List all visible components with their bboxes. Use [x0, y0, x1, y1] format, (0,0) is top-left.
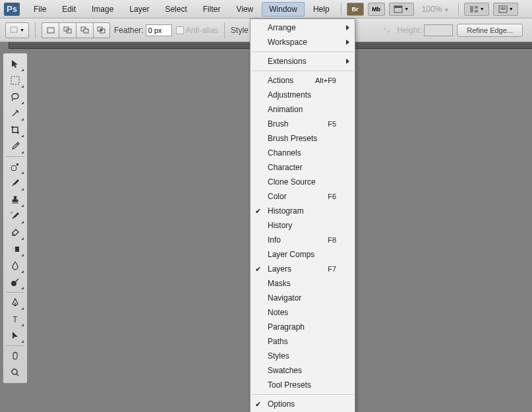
style-field: Style [231, 26, 249, 35]
bridge-button[interactable]: Br [347, 3, 364, 16]
dd-styles[interactable]: Styles [251, 349, 355, 363]
feather-label: Feather: [114, 26, 144, 35]
screen-mode-button[interactable]: ▼ [389, 3, 414, 16]
check-icon: ✔ [255, 207, 261, 216]
divider [224, 22, 225, 38]
dd-extensions[interactable]: Extensions [251, 54, 355, 69]
menu-bar: Ps File Edit Image Layer Select Filter V… [0, 0, 532, 18]
svg-rect-1 [394, 6, 402, 8]
tool-hand[interactable] [6, 348, 24, 364]
selection-intersect[interactable] [93, 22, 110, 38]
dd-channels[interactable]: Channels [251, 146, 355, 160]
menu-layer[interactable]: Layer [122, 2, 156, 16]
zoom-level[interactable]: 100%▼ [422, 5, 450, 14]
dd-tool-presets[interactable]: Tool Presets [251, 378, 355, 392]
menu-view[interactable]: View [229, 2, 260, 16]
dd-paragraph[interactable]: Paragraph [251, 320, 355, 334]
tool-dodge[interactable] [6, 274, 24, 290]
tool-marquee[interactable] [6, 73, 24, 88]
tool-blur[interactable] [6, 258, 24, 274]
tool-panel: T [3, 53, 28, 384]
menu-divider [458, 3, 459, 15]
dd-arrange[interactable]: Arrange [251, 20, 355, 35]
svg-point-18 [11, 165, 16, 171]
dd-layer-comps[interactable]: Layer Comps [251, 247, 355, 262]
screen-mode-2-button[interactable]: ▼ [493, 3, 518, 16]
tool-path-select[interactable] [6, 328, 24, 343]
selection-new[interactable] [42, 22, 59, 38]
swap-icon [382, 26, 392, 34]
tool-wand[interactable] [6, 105, 24, 121]
dd-brush[interactable]: BrushF5 [251, 117, 355, 131]
menu-window[interactable]: Window [262, 2, 305, 16]
dd-clone-source[interactable]: Clone Source [251, 175, 355, 189]
tool-eraser[interactable] [6, 225, 24, 241]
menu-divider [341, 3, 341, 15]
tool-crop[interactable] [6, 122, 24, 138]
antialias-label: Anti-alias [186, 26, 218, 35]
dd-histogram[interactable]: ✔Histogram [251, 204, 355, 218]
dd-adjustments[interactable]: Adjustments [251, 88, 355, 102]
dd-character[interactable]: Character [251, 160, 355, 175]
tool-preset-picker[interactable]: ▼ [5, 22, 29, 38]
svg-line-22 [16, 279, 18, 281]
svg-point-24 [12, 369, 17, 374]
mini-bridge-button[interactable]: Mb [368, 3, 385, 16]
check-icon: ✔ [255, 265, 261, 274]
window-menu-dropdown: Arrange Workspace Extensions ActionsAlt+… [250, 18, 355, 412]
dd-color[interactable]: ColorF6 [251, 189, 355, 204]
app-logo: Ps [4, 3, 20, 16]
submenu-arrow-icon [346, 40, 349, 45]
menu-image[interactable]: Image [84, 2, 121, 16]
height-label: Height: [397, 26, 422, 35]
menu-filter[interactable]: Filter [196, 2, 228, 16]
dd-animation[interactable]: Animation [251, 102, 355, 117]
dd-navigator[interactable]: Navigator [251, 291, 355, 305]
style-label: Style [231, 26, 249, 35]
tool-zoom[interactable] [6, 365, 24, 380]
svg-rect-2 [470, 6, 473, 13]
dd-brush-presets[interactable]: Brush Presets [251, 131, 355, 146]
dd-history[interactable]: History [251, 218, 355, 233]
selection-subtract[interactable] [76, 22, 93, 38]
tool-history-brush[interactable] [6, 208, 24, 224]
tool-pen[interactable] [6, 295, 24, 310]
dd-info[interactable]: InfoF8 [251, 233, 355, 247]
dd-actions[interactable]: ActionsAlt+F9 [251, 73, 355, 88]
height-input [424, 24, 453, 36]
arrange-docs-button[interactable]: ▼ [464, 3, 489, 16]
svg-rect-17 [11, 76, 19, 84]
feather-field: Feather: [114, 24, 172, 36]
menu-file[interactable]: File [26, 2, 53, 16]
dd-paths[interactable]: Paths [251, 334, 355, 349]
dd-layers[interactable]: ✔LayersF7 [251, 262, 355, 276]
height-field: Height: [397, 24, 453, 36]
dd-notes[interactable]: Notes [251, 305, 355, 320]
selection-mode-group [42, 22, 110, 38]
selection-add[interactable] [59, 22, 76, 38]
tool-brush[interactable] [6, 175, 24, 191]
submenu-arrow-icon [346, 59, 349, 64]
tool-stamp[interactable] [6, 192, 24, 208]
tool-move[interactable] [6, 56, 24, 72]
tool-spot-heal[interactable] [6, 159, 24, 175]
divider [35, 22, 36, 38]
feather-input[interactable] [146, 24, 172, 36]
tool-lasso[interactable] [6, 89, 24, 105]
tool-eyedropper[interactable] [6, 138, 24, 154]
dd-masks[interactable]: Masks [251, 276, 355, 291]
dd-separator [252, 71, 353, 71]
tab-nub[interactable] [0, 42, 9, 49]
menu-help[interactable]: Help [306, 2, 337, 16]
dd-options[interactable]: ✔Options [251, 397, 355, 411]
antialias-checkbox[interactable] [176, 26, 184, 34]
tool-type[interactable]: T [6, 311, 24, 327]
svg-rect-3 [475, 6, 478, 9]
dd-workspace[interactable]: Workspace [251, 35, 355, 49]
menu-edit[interactable]: Edit [55, 2, 83, 16]
svg-line-25 [16, 374, 18, 376]
refine-edge-button[interactable]: Refine Edge... [457, 24, 523, 37]
tool-gradient[interactable] [6, 241, 24, 257]
menu-select[interactable]: Select [158, 2, 194, 16]
dd-swatches[interactable]: Swatches [251, 363, 355, 378]
